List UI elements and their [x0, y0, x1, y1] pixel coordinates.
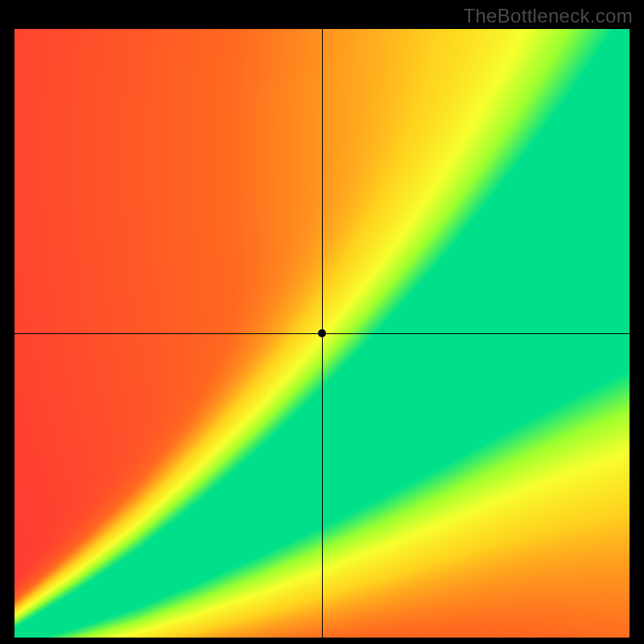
- chart-frame: TheBottleneck.com: [0, 0, 644, 644]
- watermark-text: TheBottleneck.com: [463, 5, 633, 27]
- heatmap-canvas: [14, 29, 630, 638]
- heatmap-plot: [14, 29, 630, 638]
